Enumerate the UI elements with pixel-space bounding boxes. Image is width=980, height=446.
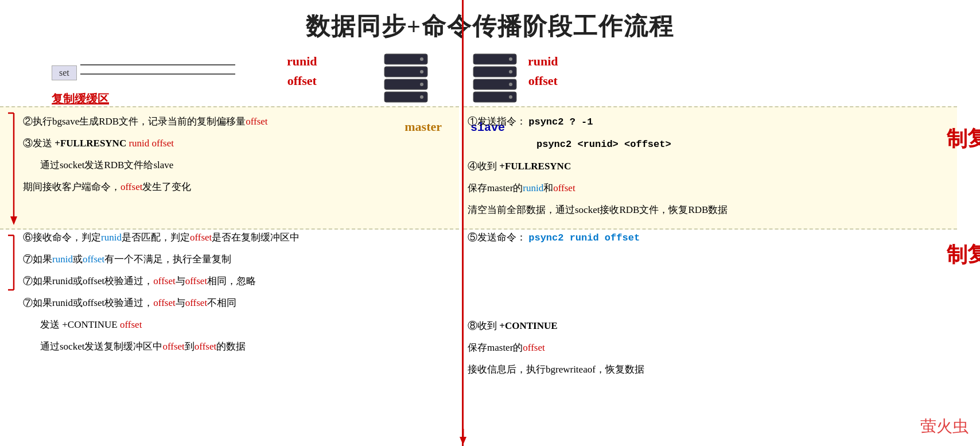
svg-point-11 [509, 70, 512, 73]
bottom-arrow [459, 429, 467, 446]
line-6: ⑥接收命令，判定runid是否匹配，判定offset是否在复制缓冲区中 [23, 227, 453, 249]
svg-point-1 [420, 57, 423, 61]
line-4: 期间接收客户端命令，offset发生了变化 [23, 176, 453, 198]
runid-offset-left: runid offset [287, 54, 317, 88]
left-full-copy: ②执行bgsave生成RDB文件，记录当前的复制偏移量offset ③发送 +F… [0, 111, 459, 221]
partial-copy-section: ⑥接收命令，判定runid是否匹配，判定offset是否在复制缓冲区中 ⑦如果r… [0, 227, 980, 381]
full-copy-label: 全量复制 [947, 111, 980, 115]
partial-copy-label: 部分复制 [947, 227, 980, 231]
line-7e: 通过socket发送复制缓冲区中offset到offset的数据 [23, 336, 453, 358]
server-svg-master [382, 51, 430, 103]
left-partial-copy: ⑥接收命令，判定runid是否匹配，判定offset是否在复制缓冲区中 ⑦如果r… [0, 227, 459, 381]
full-copy-left-arrow [5, 110, 17, 228]
buffer-lines [80, 64, 235, 83]
line-3: ③发送 +FULLRESYNC runid offset [23, 133, 453, 154]
offset-label-right: offset [528, 73, 558, 88]
partial-copy-left-arrow [5, 232, 17, 321]
partial-copy-label-col: 部分复制 [947, 227, 980, 381]
main-container: 数据同步+命令传播阶段工作流程 set 复制缓缓区 runid offset [0, 0, 980, 446]
svg-marker-23 [460, 437, 466, 445]
line-2: ②执行bgsave生成RDB文件，记录当前的复制偏移量offset [23, 111, 453, 133]
line-3b: 通过socket发送RDB文件给slave [23, 154, 453, 176]
full-copy-section: ②执行bgsave生成RDB文件，记录当前的复制偏移量offset ③发送 +F… [0, 106, 980, 221]
svg-point-9 [509, 57, 512, 61]
line-7b: ⑦如果runid或offset校验通过，offset与offset相同，忽略 [23, 270, 453, 292]
buffer-line-1 [80, 64, 235, 65]
svg-point-13 [509, 83, 512, 86]
right-partial-copy: ⑤发送命令： psync2 runid offset ⑧收到 +CONTINUE… [459, 227, 947, 381]
svg-marker-17 [10, 216, 17, 225]
runid-label-left: runid [287, 54, 317, 69]
svg-point-5 [420, 83, 423, 86]
right-line-8: ⑧收到 +CONTINUE [468, 315, 918, 337]
right-line-5: ⑤发送命令： psync2 runid offset [468, 227, 918, 249]
set-label: set [52, 65, 77, 80]
right-line-4: ④收到 +FULLRESYNC [468, 156, 918, 177]
right-line-8b: 保存master的offset [468, 337, 918, 359]
right-line-4c: 清空当前全部数据，通过socket接收RDB文件，恢复RDB数据 [468, 199, 918, 221]
runid-label-right: runid [528, 54, 558, 69]
right-full-copy: ①发送指令： psync2 ? -1 psync2 <runid> <offse… [459, 111, 947, 221]
runid-offset-right: runid offset [528, 54, 558, 88]
line-7a: ⑦如果runid或offset有一个不满足，执行全量复制 [23, 249, 453, 270]
spacer [468, 249, 918, 315]
server-svg-slave [470, 51, 519, 103]
watermark: 萤火虫 [920, 416, 969, 437]
right-line-4b: 保存master的runid和offset [468, 177, 918, 199]
page-title: 数据同步+命令传播阶段工作流程 [0, 0, 980, 42]
replication-buffer-label: 复制缓缓区 [52, 91, 109, 107]
svg-point-3 [420, 70, 423, 73]
line-7d: 发送 +CONTINUE offset [23, 314, 453, 336]
offset-label-left: offset [287, 73, 317, 88]
content-wrapper: ②执行bgsave生成RDB文件，记录当前的复制偏移量offset ③发送 +F… [0, 106, 980, 381]
master-server-icon [382, 51, 430, 105]
line-7c: ⑦如果runid或offset校验通过，offset与offset不相同 [23, 292, 453, 314]
slave-server-icon [470, 51, 519, 105]
svg-point-7 [420, 95, 423, 99]
svg-point-15 [509, 95, 512, 99]
right-line-1: ①发送指令： psync2 ? -1 [468, 111, 918, 133]
right-line-8c: 接收信息后，执行bgrewriteaof，恢复数据 [468, 359, 918, 381]
full-copy-label-col: 全量复制 [947, 111, 980, 221]
buffer-line-2 [80, 73, 235, 75]
right-line-1b: psync2 <runid> <offset> [468, 133, 918, 156]
